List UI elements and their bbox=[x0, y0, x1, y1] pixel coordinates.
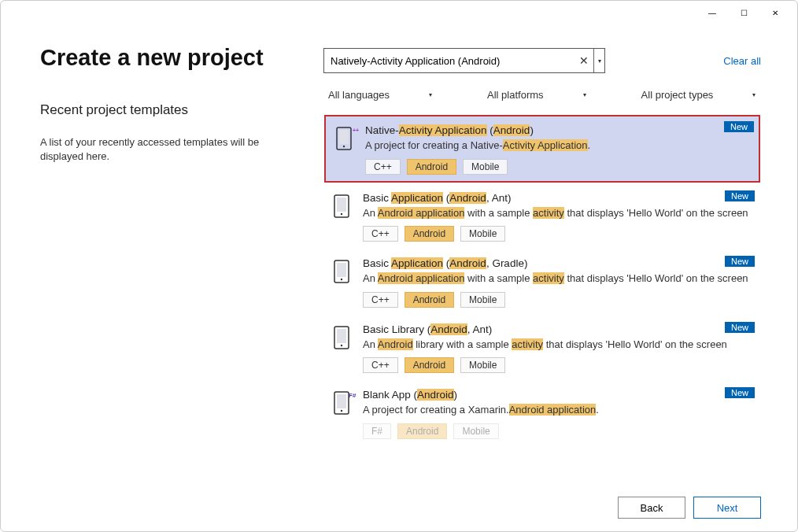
recent-templates-heading: Recent project templates bbox=[40, 102, 300, 118]
template-tag: Mobile bbox=[463, 159, 508, 175]
new-badge: New bbox=[725, 190, 755, 201]
template-name: Basic Application (Android, Ant) bbox=[363, 192, 755, 204]
right-panel: ✕ ▾ Clear all All languages ▾ All platfo… bbox=[323, 34, 761, 484]
search-box[interactable]: ✕ ▾ bbox=[323, 48, 605, 73]
template-item[interactable]: F#Blank App (Android)A project for creat… bbox=[323, 381, 761, 445]
filter-languages-label: All languages bbox=[328, 89, 390, 101]
chevron-down-icon: ▾ bbox=[429, 91, 432, 98]
template-tags: C++AndroidMobile bbox=[363, 226, 755, 242]
template-item[interactable]: Basic Application (Android, Gradle)An An… bbox=[323, 249, 761, 314]
svg-rect-11 bbox=[337, 329, 346, 343]
template-tags: C++AndroidMobile bbox=[363, 292, 755, 308]
titlebar: — ☐ ✕ bbox=[1, 1, 797, 26]
new-badge: New bbox=[725, 322, 755, 333]
svg-point-12 bbox=[341, 344, 342, 345]
template-description: An Android application with a sample act… bbox=[363, 272, 755, 286]
template-name: Native-Activity Application (Android) bbox=[365, 124, 752, 136]
search-clear-icon[interactable]: ✕ bbox=[574, 54, 593, 67]
template-tag: C++ bbox=[363, 357, 398, 373]
template-tag: Android bbox=[405, 226, 454, 242]
filter-types-label: All project types bbox=[641, 89, 714, 101]
template-tag: Android bbox=[405, 292, 454, 308]
template-body: Blank App (Android)A project for creatin… bbox=[363, 389, 755, 439]
template-item[interactable]: Basic Library (Android, Ant)An Android l… bbox=[323, 316, 761, 380]
template-tags: C++AndroidMobile bbox=[365, 159, 752, 175]
template-icon bbox=[330, 257, 357, 284]
template-description: An Android library with a sample activit… bbox=[363, 338, 755, 352]
template-tags: F#AndroidMobile bbox=[363, 423, 755, 439]
svg-point-2 bbox=[343, 146, 345, 147]
template-tag: Android bbox=[397, 423, 447, 439]
template-description: An Android application with a sample act… bbox=[363, 206, 755, 220]
svg-rect-14 bbox=[337, 394, 346, 408]
template-tag: Android bbox=[405, 357, 454, 373]
template-item[interactable]: ++Native-Activity Application (Android)A… bbox=[324, 115, 760, 183]
template-tag: Android bbox=[407, 159, 456, 175]
maximize-button[interactable]: ☐ bbox=[728, 2, 759, 24]
svg-point-9 bbox=[341, 279, 342, 280]
content-area: Create a new project Recent project temp… bbox=[1, 26, 797, 484]
new-badge: New bbox=[725, 256, 755, 267]
filter-languages[interactable]: All languages ▾ bbox=[328, 89, 432, 101]
search-row: ✕ ▾ Clear all bbox=[323, 48, 761, 73]
template-body: Basic Library (Android, Ant)An Android l… bbox=[363, 323, 755, 374]
template-tag: Mobile bbox=[460, 357, 505, 373]
template-icon: F# bbox=[330, 389, 357, 416]
next-button[interactable]: Next bbox=[693, 497, 761, 519]
svg-rect-5 bbox=[337, 198, 346, 212]
dialog-window: — ☐ ✕ Create a new project Recent projec… bbox=[0, 0, 798, 532]
chevron-down-icon: ▾ bbox=[583, 91, 586, 98]
template-tag: Mobile bbox=[460, 226, 505, 242]
filter-row: All languages ▾ All platforms ▾ All proj… bbox=[323, 89, 761, 101]
template-name: Blank App (Android) bbox=[363, 389, 755, 401]
template-item[interactable]: Basic Application (Android, Ant)An Andro… bbox=[323, 184, 761, 249]
page-title: Create a new project bbox=[40, 45, 300, 71]
svg-rect-8 bbox=[337, 263, 346, 277]
search-input[interactable] bbox=[331, 55, 574, 67]
template-description: A project for creating a Native-Activity… bbox=[365, 139, 752, 153]
template-tag: Mobile bbox=[453, 423, 498, 439]
svg-point-6 bbox=[341, 212, 342, 214]
template-body: Basic Application (Android, Gradle)An An… bbox=[363, 257, 755, 308]
svg-text:++: ++ bbox=[353, 127, 359, 133]
template-icon: ++ bbox=[332, 124, 359, 151]
left-panel: Create a new project Recent project temp… bbox=[40, 34, 323, 484]
svg-text:F#: F# bbox=[349, 392, 357, 399]
template-name: Basic Library (Android, Ant) bbox=[363, 323, 755, 335]
template-tag: F# bbox=[363, 423, 391, 439]
template-tag: C++ bbox=[365, 159, 401, 175]
template-list[interactable]: ++Native-Activity Application (Android)A… bbox=[323, 113, 761, 484]
new-badge: New bbox=[724, 121, 754, 132]
svg-point-15 bbox=[341, 410, 342, 412]
close-button[interactable]: ✕ bbox=[759, 2, 791, 24]
template-tags: C++AndroidMobile bbox=[363, 357, 755, 373]
filter-platforms-label: All platforms bbox=[487, 89, 544, 101]
template-body: Basic Application (Android, Ant)An Andro… bbox=[363, 192, 755, 242]
filter-types[interactable]: All project types ▾ bbox=[641, 89, 756, 101]
new-badge: New bbox=[725, 387, 755, 398]
minimize-button[interactable]: — bbox=[696, 2, 728, 24]
filter-platforms[interactable]: All platforms ▾ bbox=[487, 89, 586, 101]
clear-all-link[interactable]: Clear all bbox=[723, 55, 761, 67]
template-name: Basic Application (Android, Gradle) bbox=[363, 257, 755, 269]
template-icon bbox=[330, 192, 357, 219]
template-tag: C++ bbox=[363, 292, 398, 308]
search-dropdown-icon[interactable]: ▾ bbox=[593, 49, 604, 72]
footer: Back Next bbox=[1, 484, 797, 531]
template-body: Native-Activity Application (Android)A p… bbox=[365, 124, 752, 175]
template-tag: Mobile bbox=[460, 292, 505, 308]
template-tag: C++ bbox=[363, 226, 398, 242]
template-description: A project for creating a Xamarin.Android… bbox=[363, 403, 755, 417]
template-icon bbox=[330, 323, 357, 350]
back-button[interactable]: Back bbox=[618, 497, 685, 519]
chevron-down-icon: ▾ bbox=[752, 91, 756, 98]
recent-templates-description: A list of your recently accessed templat… bbox=[40, 135, 300, 164]
svg-rect-1 bbox=[339, 130, 349, 144]
